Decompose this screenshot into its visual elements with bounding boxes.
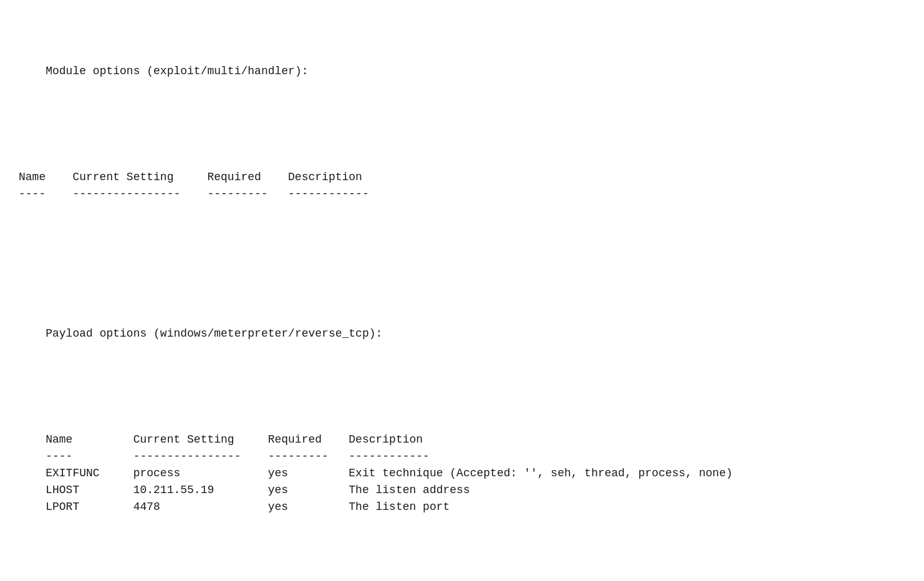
module-options-section: Module options (exploit/multi/handler): <box>19 46 905 97</box>
module-table-header: Name Current Setting Required Descriptio… <box>19 152 905 219</box>
payload-options-header: Payload options (windows/meterpreter/rev… <box>46 327 382 340</box>
payload-table-content: Name Current Setting Required Descriptio… <box>19 433 733 513</box>
module-col-name: Name Current Setting Required Descriptio… <box>19 171 369 200</box>
payload-table: Name Current Setting Required Descriptio… <box>19 415 905 532</box>
payload-options-section: Payload options (windows/meterpreter/rev… <box>19 275 905 359</box>
module-options-header: Module options (exploit/multi/handler): <box>46 65 308 77</box>
terminal-output: Module options (exploit/multi/handler): … <box>19 12 905 581</box>
